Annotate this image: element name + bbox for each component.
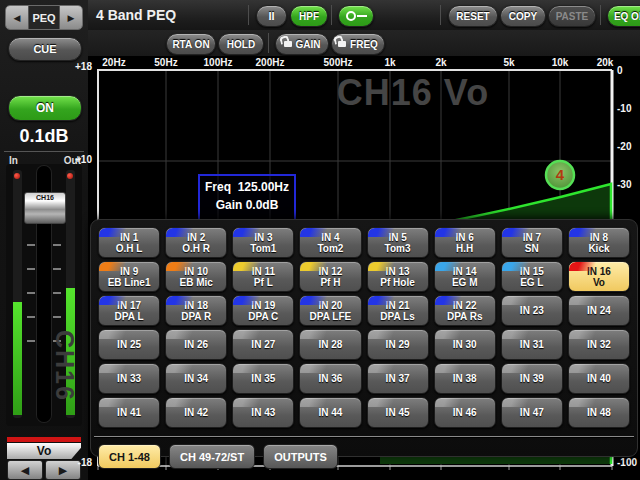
channel-id-label: IN 24 [587, 305, 611, 316]
channel-button-in48[interactable]: IN 48 [568, 397, 630, 428]
channel-id-label: IN 30 [453, 339, 477, 350]
channel-button-in6[interactable]: IN 6H.H [434, 227, 496, 258]
channel-button-in9[interactable]: IN 9EB Line1 [98, 261, 160, 292]
channel-button-in31[interactable]: IN 31 [501, 329, 563, 360]
channel-button-in26[interactable]: IN 26 [165, 329, 227, 360]
divider [4, 151, 84, 152]
channel-button-in12[interactable]: IN 12Pf H [299, 261, 361, 292]
channel-name-label: EG M [452, 277, 478, 288]
channel-button-in25[interactable]: IN 25 [98, 329, 160, 360]
bank-tab-outputs[interactable]: OUTPUTS [263, 444, 338, 469]
freq-tick-label: 2k [421, 57, 461, 68]
channel-button-in41[interactable]: IN 41 [98, 397, 160, 428]
channel-button-in36[interactable]: IN 36 [299, 363, 361, 394]
channel-id-label: IN 34 [184, 373, 208, 384]
channel-button-in24[interactable]: IN 24 [568, 295, 630, 326]
freq-lock-button[interactable]: FREQ [331, 33, 385, 55]
lock-icon [338, 41, 346, 47]
channel-button-in18[interactable]: IN 18DPA R [165, 295, 227, 326]
channel-button-in2[interactable]: IN 2O.H R [165, 227, 227, 258]
prev-channel-button[interactable]: ◀ [7, 460, 43, 480]
channel-color-tag [300, 296, 335, 305]
channel-button-in38[interactable]: IN 38 [434, 363, 496, 394]
channel-button-in32[interactable]: IN 32 [568, 329, 630, 360]
channel-color-tag [368, 262, 403, 271]
channel-button-in47[interactable]: IN 47 [501, 397, 563, 428]
channel-button-in13[interactable]: IN 13Pf Hole [367, 261, 429, 292]
channel-on-button[interactable]: ON [8, 95, 82, 121]
freq-tick-label: 20Hz [94, 57, 134, 68]
channel-button-in42[interactable]: IN 42 [165, 397, 227, 428]
channel-button-in1[interactable]: IN 1O.H L [98, 227, 160, 258]
channel-button-in17[interactable]: IN 17DPA L [98, 295, 160, 326]
channel-button-in28[interactable]: IN 28 [299, 329, 361, 360]
channel-button-in27[interactable]: IN 27 [232, 329, 294, 360]
peq-prev-button[interactable]: ◀ [6, 6, 28, 29]
channel-color-tag [233, 364, 268, 373]
channel-button-in3[interactable]: IN 3Tom1 [232, 227, 294, 258]
arrow-left-icon: ◀ [21, 464, 29, 477]
channel-button-in43[interactable]: IN 43 [232, 397, 294, 428]
divider [268, 33, 269, 53]
channel-button-in5[interactable]: IN 5Tom3 [367, 227, 429, 258]
channel-id-label: IN 41 [117, 407, 141, 418]
rta-toolbar: RTA ON HOLD GAIN FREQ [88, 30, 640, 57]
channel-button-in10[interactable]: IN 10EB Mic [165, 261, 227, 292]
channel-id-label: IN 26 [184, 339, 208, 350]
channel-button-in37[interactable]: IN 37 [367, 363, 429, 394]
bank-tab-ch-49-72-st[interactable]: CH 49-72/ST [169, 444, 255, 469]
peq-next-button[interactable]: ▶ [60, 6, 82, 29]
divider [331, 5, 332, 25]
cue-button[interactable]: CUE [8, 37, 82, 61]
channel-color-tag [368, 296, 403, 305]
band-freq-value: Freq 125.00Hz [200, 180, 294, 194]
channel-button-in29[interactable]: IN 29 [367, 329, 429, 360]
channel-button-in39[interactable]: IN 39 [501, 363, 563, 394]
band-slide-button[interactable] [338, 5, 374, 27]
channel-button-in14[interactable]: IN 14EG M [434, 261, 496, 292]
hpf-button[interactable]: HPF [290, 5, 328, 27]
channel-button-in21[interactable]: IN 21DPA Ls [367, 295, 429, 326]
channel-color-tag [233, 228, 268, 237]
channel-name-label: DPA L [115, 311, 144, 322]
channel-color-tag [502, 262, 537, 271]
gain-lock-button[interactable]: GAIN [275, 33, 329, 55]
channel-button-in35[interactable]: IN 35 [232, 363, 294, 394]
channel-id-label: IN 46 [453, 407, 477, 418]
channel-button-in33[interactable]: IN 33 [98, 363, 160, 394]
channel-button-in46[interactable]: IN 46 [434, 397, 496, 428]
channel-button-in8[interactable]: IN 8Kick [568, 227, 630, 258]
channel-name-label: H.H [456, 243, 473, 254]
freq-tick-label: 10k [540, 57, 580, 68]
channel-name-label: DPA LFE [310, 311, 352, 322]
channel-button-in19[interactable]: IN 19DPA C [232, 295, 294, 326]
channel-button-in45[interactable]: IN 45 [367, 397, 429, 428]
band-mode-button[interactable]: II [256, 5, 287, 27]
bank-tab-ch-1-48[interactable]: CH 1-48 [98, 444, 161, 469]
channel-button-in34[interactable]: IN 34 [165, 363, 227, 394]
channel-button-in44[interactable]: IN 44 [299, 397, 361, 428]
channel-button-in15[interactable]: IN 15EG L [501, 261, 563, 292]
channel-name-label: Pf L [254, 277, 273, 288]
channel-button-in20[interactable]: IN 20DPA LFE [299, 295, 361, 326]
eq-on-button[interactable]: EQ ON [607, 5, 640, 27]
channel-button-in16[interactable]: IN 16Vo [568, 261, 630, 292]
channel-button-in22[interactable]: IN 22DPA Rs [434, 295, 496, 326]
channel-id-label: IN 28 [318, 339, 342, 350]
channel-name-label: DPA Ls [380, 311, 414, 322]
channel-button-in23[interactable]: IN 23 [501, 295, 563, 326]
channel-button-in30[interactable]: IN 30 [434, 329, 496, 360]
channel-button-in7[interactable]: IN 7SN [501, 227, 563, 258]
reset-button[interactable]: RESET [448, 5, 498, 27]
fader-knob[interactable]: CH16 [24, 192, 66, 224]
rta-on-button[interactable]: RTA ON [166, 33, 216, 55]
channel-button-in4[interactable]: IN 4Tom2 [299, 227, 361, 258]
channel-button-in40[interactable]: IN 40 [568, 363, 630, 394]
channel-button-in11[interactable]: IN 11Pf L [232, 261, 294, 292]
copy-button[interactable]: COPY [500, 5, 546, 27]
paste-button[interactable]: PASTE [548, 5, 596, 27]
channel-name-label: O.H R [182, 243, 210, 254]
db-scale-label: +10 [56, 154, 92, 165]
hold-button[interactable]: HOLD [218, 33, 264, 55]
channel-color-tag [99, 262, 134, 271]
